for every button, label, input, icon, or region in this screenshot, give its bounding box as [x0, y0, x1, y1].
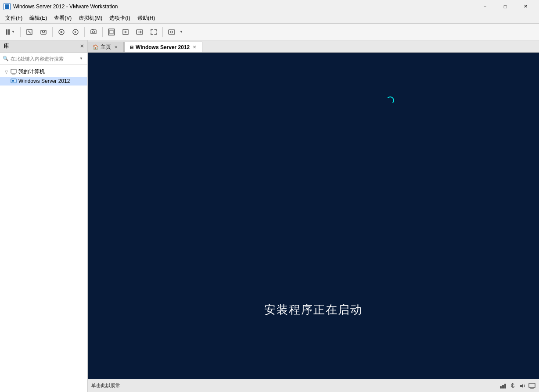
svg-rect-23 [12, 80, 14, 82]
expand-icon: ▽ [4, 69, 9, 75]
svg-rect-25 [502, 385, 504, 388]
svg-rect-5 [42, 32, 45, 33]
vm-panel: 🏠 主页 ✕ 🖥 Windows Server 2012 ✕ 安装程序正在启动 … [88, 40, 539, 392]
svg-rect-19 [11, 69, 16, 73]
app-icon [4, 3, 11, 10]
sidebar-close-button[interactable]: ✕ [80, 43, 84, 49]
svg-rect-24 [500, 386, 502, 388]
tab-vm-close[interactable]: ✕ [191, 44, 198, 50]
menu-help[interactable]: 帮助(H) [134, 14, 159, 23]
svg-rect-26 [504, 384, 506, 388]
stretch-button[interactable] [133, 26, 146, 38]
sidebar-search-bar: 🔍 ▼ [0, 53, 87, 65]
send-keys-button[interactable] [37, 26, 50, 38]
resume-button[interactable] [69, 26, 82, 38]
vm-tree-icon [11, 78, 17, 84]
svg-rect-12 [110, 30, 113, 34]
svg-rect-2 [41, 30, 46, 34]
mycomputer-label: 我的计算机 [18, 68, 45, 75]
tab-home-close[interactable]: ✕ [113, 44, 119, 50]
usb-icon [509, 382, 516, 389]
minimize-button[interactable]: − [475, 0, 495, 13]
vm-tab-icon: 🖥 [129, 45, 134, 50]
loading-spinner [386, 96, 394, 104]
home-icon: 🏠 [93, 44, 99, 50]
svg-rect-3 [42, 31, 43, 32]
svg-point-28 [513, 386, 514, 387]
tree-item-vm[interactable]: Windows Server 2012 [0, 77, 87, 86]
screenshot-dropdown-arrow[interactable]: ▼ [180, 30, 183, 34]
svg-line-1 [28, 31, 31, 33]
maximize-button[interactable]: □ [495, 0, 515, 13]
pause-dropdown-button[interactable]: ▼ [4, 29, 18, 36]
vm-tree-label: Windows Server 2012 [18, 78, 70, 84]
svg-rect-29 [529, 383, 535, 388]
search-input[interactable] [11, 56, 76, 61]
power-button[interactable] [23, 26, 36, 38]
toolbar-sep-5 [162, 27, 163, 37]
svg-rect-10 [92, 29, 93, 30]
screenshot-button[interactable] [165, 26, 178, 38]
display-icon [528, 382, 535, 389]
menu-edit[interactable]: 编辑(E) [26, 14, 50, 23]
menu-view[interactable]: 查看(V) [50, 14, 75, 23]
content-area: 库 ✕ 🔍 ▼ ▽ 我的计算机 [0, 40, 539, 392]
suspend-button[interactable] [55, 26, 68, 38]
tab-home-label: 主页 [101, 43, 111, 51]
toolbar-sep-3 [84, 27, 85, 37]
network-icon [499, 382, 507, 389]
sidebar-tree: ▽ 我的计算机 Windows Server 20 [0, 65, 87, 392]
fit-guest-button[interactable] [105, 26, 118, 38]
sidebar-title: 库 [4, 43, 9, 50]
menu-options[interactable]: 选项卡(I) [106, 14, 133, 23]
svg-point-18 [170, 31, 172, 33]
snapshot-button[interactable] [87, 26, 100, 38]
bottom-bar-text: 单击此以展常 [91, 382, 499, 389]
svg-rect-17 [169, 30, 175, 34]
svg-point-27 [511, 385, 513, 386]
svg-point-9 [92, 31, 94, 33]
title-bar: Windows Server 2012 - VMware Workstation… [0, 0, 539, 13]
search-icon: 🔍 [3, 56, 9, 61]
toolbar-sep-1 [20, 27, 21, 37]
tab-bar: 🏠 主页 ✕ 🖥 Windows Server 2012 ✕ [88, 40, 539, 53]
menu-vm[interactable]: 虚拟机(M) [75, 14, 106, 23]
tree-item-mycomputer[interactable]: ▽ 我的计算机 [0, 67, 87, 77]
toolbar: ▼ [0, 24, 539, 40]
close-button[interactable]: ✕ [515, 0, 535, 13]
toolbar-sep-4 [102, 27, 103, 37]
status-icons [499, 382, 535, 389]
title-bar-controls: − □ ✕ [475, 0, 535, 13]
pause-icon [6, 29, 10, 35]
svg-rect-11 [108, 29, 115, 35]
sidebar-header: 库 ✕ [0, 40, 87, 53]
menu-file[interactable]: 文件(F) [2, 14, 26, 23]
sidebar: 库 ✕ 🔍 ▼ ▽ 我的计算机 [0, 40, 88, 392]
vm-status-text: 安装程序正在启动 [264, 302, 363, 317]
bottom-bar: 单击此以展常 [88, 379, 539, 392]
sound-icon [519, 382, 526, 389]
svg-rect-20 [12, 73, 15, 74]
tab-vm[interactable]: 🖥 Windows Server 2012 ✕ [124, 42, 202, 52]
pause-dropdown-arrow: ▼ [11, 30, 15, 34]
toolbar-sep-2 [52, 27, 53, 37]
svg-rect-4 [44, 31, 45, 32]
fit-window-button[interactable] [119, 26, 132, 38]
menu-bar: 文件(F) 编辑(E) 查看(V) 虚拟机(M) 选项卡(I) 帮助(H) [0, 13, 539, 24]
search-dropdown-arrow[interactable]: ▼ [78, 55, 85, 62]
svg-rect-8 [91, 30, 96, 34]
tab-home[interactable]: 🏠 主页 ✕ [88, 42, 124, 52]
tab-vm-label: Windows Server 2012 [136, 44, 190, 50]
computer-icon [11, 69, 17, 75]
title-bar-text: Windows Server 2012 - VMware Workstation [13, 4, 475, 10]
fullscreen-button[interactable] [147, 26, 160, 38]
svg-rect-21 [12, 74, 15, 75]
vm-canvas[interactable]: 安装程序正在启动 [88, 53, 539, 379]
